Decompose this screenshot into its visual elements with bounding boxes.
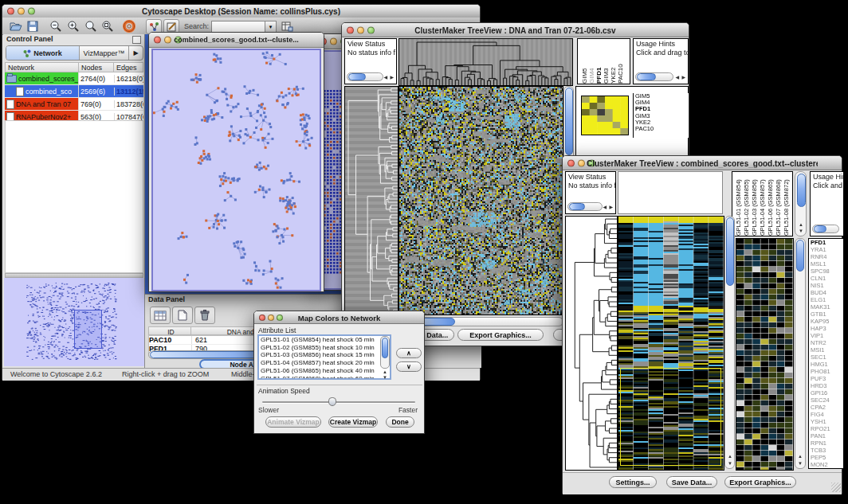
main-title-bar[interactable]: Cytoscape Desktop (Session Name: collins…	[2, 5, 480, 18]
minimize-button[interactable]	[578, 159, 585, 166]
scroll-up-icon[interactable]: ▲	[383, 369, 387, 374]
gene-label[interactable]: NIS1	[809, 282, 843, 289]
tv2-settings-button[interactable]: Settings...	[609, 476, 657, 488]
speed-slider-thumb[interactable]	[328, 397, 336, 406]
minimize-button[interactable]	[330, 38, 337, 45]
gene-label[interactable]: MAK31	[809, 303, 843, 311]
gene-label[interactable]: PFD1	[809, 239, 843, 246]
scroll-down-icon[interactable]: ▼	[799, 229, 803, 233]
gene-label[interactable]: KAP95	[809, 318, 843, 325]
minimize-button[interactable]	[268, 315, 274, 321]
close-button[interactable]	[347, 26, 354, 33]
attribute-list-item[interactable]: GPL51-01 (GSM854) heat shock 05 min	[259, 336, 390, 344]
tv2-heatmap[interactable]	[618, 216, 724, 471]
attribute-list-item[interactable]: GPL51-03 (GSM856) heat shock 15 min	[259, 351, 390, 359]
attribute-list-item[interactable]: GPL51-07 (GSM868) heat shock 60 min	[259, 375, 390, 380]
gene-label[interactable]: CLN1	[809, 275, 843, 282]
gene-label[interactable]: GPI16	[809, 389, 843, 397]
tv2-labels-vscrollbar[interactable]: ▲ ▼	[795, 171, 807, 236]
tv1-column-dendrogram[interactable]	[398, 38, 573, 86]
speed-slider-track[interactable]	[262, 401, 415, 403]
gene-label[interactable]: RNR4	[809, 253, 843, 260]
minimize-button[interactable]	[18, 8, 25, 15]
gene-label[interactable]: PAN1	[809, 432, 843, 440]
gene-label[interactable]: BUD4	[809, 289, 843, 296]
tv2-zoom-heatmap[interactable]	[736, 238, 794, 471]
tv1-zoom-matrix[interactable]	[581, 96, 629, 135]
gene-label[interactable]: MSL1	[809, 260, 843, 268]
animate-vizmap-button[interactable]: Animate Vizmap	[265, 416, 321, 428]
gene-label[interactable]: SEC24	[809, 397, 843, 404]
tv2-status-scrollbar[interactable]	[567, 202, 603, 211]
zoom-fit-icon[interactable]	[84, 19, 98, 33]
gene-label[interactable]: TCB3	[809, 447, 843, 454]
gene-label[interactable]: PEP5	[809, 454, 843, 461]
zoom-selected-icon[interactable]	[100, 19, 115, 33]
zoom-in-icon[interactable]	[66, 19, 80, 33]
resize-grip[interactable]	[831, 483, 841, 492]
data-col-id[interactable]: ID	[148, 326, 191, 335]
tab-network[interactable]: Network	[6, 46, 80, 60]
gene-label[interactable]: RPO21	[809, 425, 843, 432]
gene-label[interactable]: MON2	[809, 461, 843, 468]
col-header-edges[interactable]: Edges	[113, 62, 143, 72]
delete-attribute-icon[interactable]	[194, 307, 215, 324]
minimize-button[interactable]	[357, 26, 364, 33]
gene-label[interactable]: CPA2	[809, 404, 843, 411]
close-button[interactable]	[154, 37, 161, 44]
gene-label[interactable]: RPN1	[809, 440, 843, 447]
scroll-right-icon[interactable]: ▶	[390, 75, 394, 80]
gene-label[interactable]: YSH1	[809, 418, 843, 425]
search-dropdown[interactable]: ▾	[265, 21, 277, 33]
tab-vizmapper[interactable]: VizMapper™	[80, 46, 129, 60]
gene-label[interactable]: SEC1	[809, 354, 843, 361]
gene-label[interactable]: MSI1	[809, 346, 843, 354]
scroll-down-icon[interactable]: ▼	[728, 461, 732, 466]
table-import-icon[interactable]	[280, 19, 294, 33]
col-header-nodes[interactable]: Nodes	[78, 62, 114, 72]
float-panel-icon[interactable]	[132, 36, 141, 44]
scroll-right-icon[interactable]: ▶	[609, 205, 613, 209]
tv2-save-data-button[interactable]: Save Data...	[666, 476, 717, 488]
done-button[interactable]: Done	[386, 416, 414, 428]
scroll-up-icon[interactable]: ▲	[799, 222, 803, 227]
tv2-row-dendrogram[interactable]	[565, 216, 618, 471]
scroll-left-icon[interactable]: ◀	[675, 75, 679, 80]
save-icon[interactable]	[26, 19, 40, 33]
attribute-list-scrollbar[interactable]	[380, 336, 390, 369]
attribute-list[interactable]: GPL51-01 (GSM854) heat shock 05 minGPL51…	[257, 334, 391, 380]
scroll-up-icon[interactable]: ▲	[728, 454, 732, 459]
scroll-left-icon[interactable]: ◀	[603, 205, 607, 209]
create-vizmap-button[interactable]: Create Vizmap	[328, 416, 378, 428]
gene-label[interactable]: GTB1	[809, 311, 843, 318]
gene-label[interactable]: PUF3	[809, 375, 843, 382]
treeview1-title-bar[interactable]: ClusterMaker TreeView : DNA and Tran 07-…	[342, 23, 689, 37]
table-grid-icon[interactable]	[150, 307, 171, 324]
treeview2-title-bar[interactable]: ClusterMaker TreeView : combined_scores_…	[563, 156, 842, 170]
scroll-down-icon[interactable]: ▼	[798, 461, 803, 466]
tv2-main-vscrollbar[interactable]: ▲ ▼	[724, 216, 735, 469]
gene-label[interactable]: HRD3	[809, 382, 843, 389]
network-table-row[interactable]: combined_sco 2569(6) 13112(15)	[5, 85, 143, 98]
gene-label[interactable]: YRA1	[809, 246, 843, 253]
zoom-out-icon[interactable]	[49, 19, 63, 33]
network1-title-bar[interactable]: combined_scores_good.txt--cluste...	[149, 33, 324, 48]
move-down-button[interactable]: ∨	[396, 361, 422, 372]
tv1-status-scrollbar[interactable]	[347, 72, 383, 81]
close-button[interactable]	[259, 315, 265, 321]
help-lifesaver-icon[interactable]	[122, 19, 136, 33]
tabs-more-button[interactable]: ▶	[129, 46, 143, 60]
close-button[interactable]	[567, 159, 575, 166]
network-overview-thumbnail[interactable]	[4, 278, 144, 366]
tv1-export-graphics-button[interactable]: Export Graphics...	[457, 329, 544, 341]
gene-label[interactable]: HAP3	[809, 325, 843, 332]
network-table-row[interactable]: combined_scores_ 2764(0) 16218(0)	[5, 72, 143, 85]
gene-label[interactable]: SPC98	[809, 268, 843, 275]
gene-label[interactable]: PAC10	[634, 126, 689, 132]
close-button[interactable]	[7, 8, 14, 15]
scroll-left-icon[interactable]: ◀	[383, 75, 387, 80]
gene-label[interactable]: HMG1	[809, 361, 843, 368]
gene-label[interactable]: ELG1	[809, 296, 843, 303]
network1-view[interactable]	[151, 49, 321, 291]
dialog-title-bar[interactable]: Map Colors to Network	[254, 311, 424, 324]
